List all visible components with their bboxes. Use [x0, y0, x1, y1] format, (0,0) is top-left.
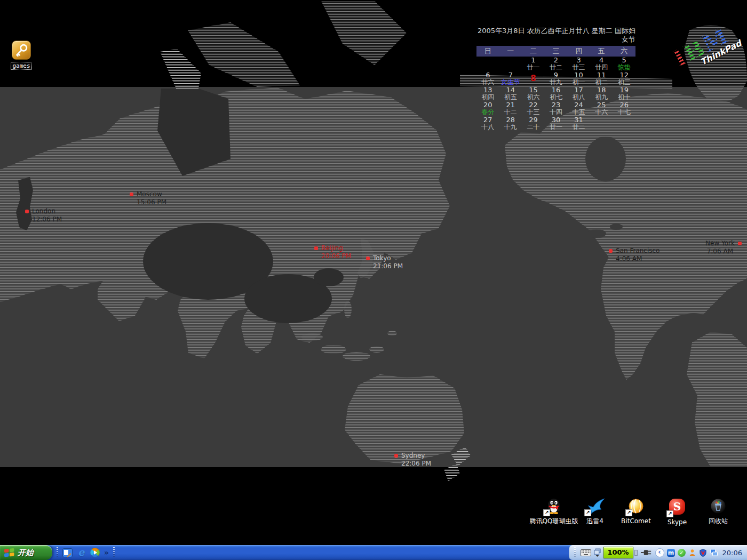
calendar-lunar-label: 廿四: [590, 64, 613, 71]
calendar-lunar-label: 廿二: [545, 64, 568, 71]
calendar-day-1: 1廿一: [522, 57, 545, 71]
city-label-sydney: Sydney22:06 PM: [394, 452, 431, 468]
tray-shield-v-icon[interactable]: [699, 548, 708, 557]
calendar-day-29: 29二十: [522, 116, 545, 131]
tray-network-icon[interactable]: [710, 548, 718, 557]
calendar-day-number: 10: [567, 71, 590, 79]
calendar-weekday: 三: [545, 46, 568, 56]
calendar-day-number: 21: [499, 101, 522, 109]
calendar-day-number: 27: [476, 116, 499, 124]
calendar-day-10: 10初一: [567, 71, 590, 86]
calendar-day-number: 6: [476, 71, 499, 79]
tray-drag-handle[interactable]: [574, 547, 576, 558]
calendar-day-24: 24十五: [567, 101, 590, 116]
tray-antivirus-check-icon[interactable]: ✓: [678, 548, 686, 557]
input-toolbar-icon[interactable]: [594, 548, 601, 557]
calendar-day-number: 15: [522, 86, 545, 94]
quicklaunch-drag-handle[interactable]: [57, 547, 58, 558]
start-button[interactable]: 开始: [0, 545, 52, 560]
quicklaunch-show-desktop-icon[interactable]: [62, 547, 73, 558]
calendar-day-number: 14: [499, 86, 522, 94]
calendar-day-11: 11初二: [590, 71, 613, 86]
battery-indicator[interactable]: 100%: [603, 547, 633, 558]
calendar-lunar-label: 初四: [476, 94, 499, 101]
tray-messenger-person-icon[interactable]: [688, 548, 697, 557]
calendar-weekday: 五: [590, 46, 613, 56]
calendar-day-3: 3廿三: [567, 57, 590, 71]
desktop-icon-label: 回收站: [694, 517, 743, 525]
calendar-day-number: 25: [590, 101, 613, 109]
calendar-lunar-label: 十五: [567, 109, 590, 116]
desktop-icon-recycle[interactable]: 回收站: [694, 498, 743, 525]
calendar-lunar-label: 春分: [476, 109, 499, 116]
calendar-day-20: 20春分: [476, 101, 499, 116]
keyboard-input-icon[interactable]: [581, 549, 591, 556]
shortcut-arrow-icon: ↗: [625, 509, 632, 516]
city-name: Beijing: [321, 244, 343, 252]
calendar-lunar-label: 初十: [613, 94, 635, 101]
shortcut-arrow-icon: ↗: [666, 510, 673, 517]
calendar-weekday: 一: [499, 46, 522, 56]
city-label-moscow: Moscow15:06 PM: [130, 190, 166, 206]
calendar-lunar-label: 廿一: [545, 124, 568, 131]
calendar-day-number: 29: [522, 116, 545, 124]
calendar-empty-cell: [613, 116, 635, 131]
tray-maxthon-icon[interactable]: m: [667, 548, 676, 557]
calendar-day-7: 7女生节: [499, 71, 522, 86]
calendar-day-16: 16初七: [545, 86, 568, 101]
calendar-day-26: 26十七: [613, 101, 635, 116]
calendar-week-row: 27十八28十九29二十30廿一31廿二: [476, 116, 635, 131]
calendar-lunar-label: 初九: [590, 94, 613, 101]
shortcut-arrow-icon: ↗: [584, 509, 591, 516]
key-icon: [12, 41, 31, 60]
system-tray: 100% ‹ m✓ 20:06: [569, 545, 747, 560]
skype-icon: S↗: [667, 499, 687, 517]
calendar-day-4: 4廿四: [590, 57, 613, 71]
city-time: 7:06 AM: [705, 247, 733, 255]
calendar-lunar-label: 初八: [567, 94, 590, 101]
city-time: 4:06 AM: [616, 255, 659, 263]
city-marker: [25, 210, 29, 213]
calendar-lunar-label: 廿二: [567, 124, 590, 131]
city-label-london: London12:06 PM: [25, 207, 62, 223]
city-marker: [609, 249, 613, 253]
calendar-day-30: 30廿一: [545, 116, 568, 131]
calendar-day-6: 6廿六: [476, 71, 499, 86]
recycle-icon: [709, 498, 728, 516]
city-time: 12:06 PM: [32, 215, 62, 223]
calendar-day-28: 28十九: [499, 116, 522, 131]
calendar-day-number: 30: [545, 116, 568, 124]
calendar-day-number: 1: [522, 57, 545, 64]
calendar-day-25: 25十六: [590, 101, 613, 116]
calendar-day-12: 12初三: [613, 71, 635, 86]
ac-power-plug-icon[interactable]: [640, 549, 653, 556]
calendar-weekday-header: 日一二三四五六: [476, 46, 635, 57]
calendar-weekday: 二: [522, 46, 545, 56]
city-marker: [130, 193, 133, 196]
calendar-day-5: 5惊蛰: [613, 57, 635, 71]
calendar-week-row: 1廿一2廿二3廿三4廿四5惊蛰: [476, 57, 635, 71]
quicklaunch-internet-explorer-icon[interactable]: e: [76, 547, 86, 558]
calendar-day-number: 18: [590, 86, 613, 94]
calendar-title: 2005年3月8日 农历乙酉年正月廿八 星期二 国际妇女节: [476, 27, 635, 44]
taskbar: 开始 e » 100%: [0, 545, 747, 560]
calendar-day-number: 20: [476, 101, 499, 109]
calendar-lunar-label: 十三: [522, 109, 545, 116]
quicklaunch-media-player-icon[interactable]: [90, 547, 100, 558]
city-label-san-francisco: San Francisco4:06 AM: [609, 247, 659, 263]
desktop-icon-games[interactable]: games: [10, 41, 33, 70]
calendar-lunar-label: 惊蛰: [613, 64, 635, 71]
taskbar-clock[interactable]: 20:06: [722, 549, 742, 557]
calendar-lunar-label: 初三: [613, 79, 635, 86]
city-name: Moscow: [137, 190, 162, 198]
calendar-lunar-label: 二十: [522, 124, 545, 131]
taskbar-drag-handle[interactable]: [113, 547, 115, 558]
start-button-label: 开始: [18, 548, 34, 558]
hide-tray-icons-chevron[interactable]: ‹: [655, 548, 664, 557]
quicklaunch-overflow-chevron[interactable]: »: [104, 548, 109, 557]
city-name: New York: [705, 239, 735, 247]
city-time: 15:06 PM: [137, 198, 166, 206]
calendar-lunar-label: 十八: [476, 124, 499, 131]
bitcomet-icon: ↗: [626, 498, 646, 516]
city-time: 21:06 PM: [373, 262, 403, 270]
